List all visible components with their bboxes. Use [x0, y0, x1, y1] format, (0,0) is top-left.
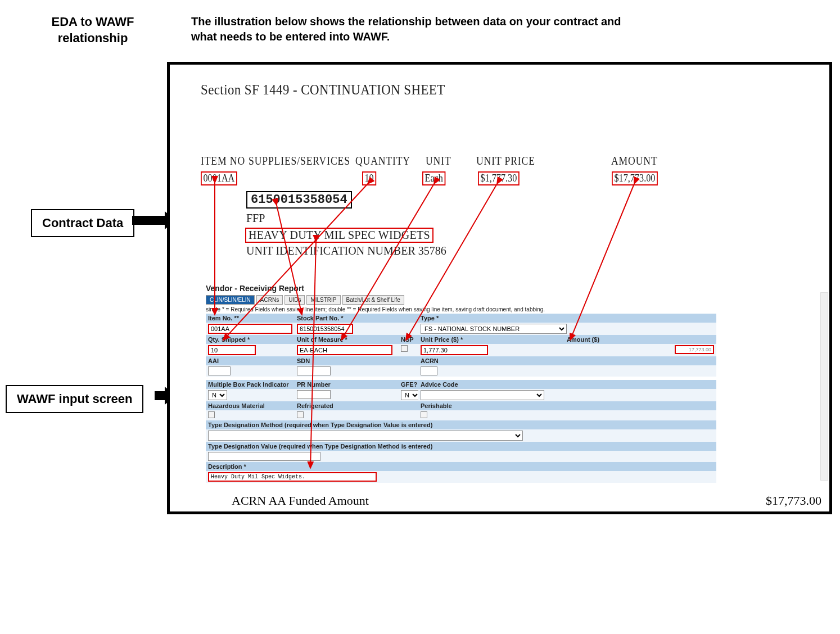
- tdm-select[interactable]: [208, 431, 523, 441]
- lbl-type: Type *: [418, 314, 716, 323]
- contract-quantity: 10: [362, 171, 376, 185]
- col-quantity: QUANTITY: [355, 155, 410, 167]
- contract-data-label: Contract Data: [31, 209, 134, 237]
- lbl-item-no: Item No. **: [206, 314, 295, 323]
- acrn-funded-amount: $17,773.00: [766, 493, 821, 508]
- contract-amount: $17,773.00: [612, 171, 658, 185]
- tab-acrns[interactable]: ACRNs: [256, 295, 283, 305]
- item-no-input[interactable]: [208, 324, 292, 334]
- col-unit: UNIT: [426, 155, 451, 167]
- lbl-gfe: GFE?: [399, 380, 418, 389]
- advice-select[interactable]: [421, 390, 544, 400]
- illustration-frame: Section SF 1449 - CONTINUATION SHEET ITE…: [167, 62, 832, 514]
- contract-uid-line: UNIT IDENTIFICATION NUMBER 35786: [246, 244, 446, 257]
- type-select[interactable]: FS - NATIONAL STOCK NUMBER: [421, 324, 567, 334]
- pr-input[interactable]: [297, 390, 331, 399]
- lbl-perish: Perishable: [418, 401, 716, 410]
- wawf-tabs: CLIN/SLIN/ELIN ACRNs UIDs MILSTRIP Batch…: [206, 295, 716, 305]
- sdn-input[interactable]: [297, 366, 331, 375]
- wawf-title: Vendor - Receiving Report: [206, 284, 716, 293]
- wawf-form: Vendor - Receiving Report CLIN/SLIN/ELIN…: [206, 284, 716, 483]
- lbl-tdv: Type Designation Value (required when Ty…: [206, 442, 716, 451]
- col-supplies: SUPPLIES/SERVICES: [249, 155, 350, 167]
- uom-input[interactable]: [297, 345, 392, 355]
- stock-part-input[interactable]: [297, 324, 353, 334]
- wawf-input-label: WAWF input screen: [6, 385, 143, 413]
- contract-unit: Each: [422, 171, 445, 185]
- lbl-nsp: NSP: [399, 335, 418, 344]
- contract-stock-no: 6150015358054: [246, 191, 352, 209]
- page-description: The illustration below shows the relatio…: [191, 14, 641, 44]
- tab-uids[interactable]: UIDs: [284, 295, 305, 305]
- aai-input[interactable]: [208, 366, 231, 375]
- mbpi-select[interactable]: N: [208, 390, 227, 400]
- page-title: EDA to WAWF relationship: [28, 14, 157, 46]
- perish-checkbox[interactable]: [421, 411, 427, 418]
- tab-milstrip[interactable]: MILSTRIP: [306, 295, 340, 305]
- contract-unit-price: $1,777.30: [478, 171, 520, 185]
- lbl-mbpi: Multiple Box Pack Indicator: [206, 380, 295, 389]
- wawf-required-note: single * = Required Fields when saving l…: [206, 306, 716, 313]
- tdv-input[interactable]: [208, 452, 320, 461]
- unit-price-input[interactable]: [421, 345, 488, 355]
- lbl-tdm: Type Designation Method (required when T…: [206, 420, 716, 429]
- contract-description: HEAVY DUTY MIL SPEC WIDGETS: [245, 228, 433, 243]
- col-item-no: ITEM NO: [201, 155, 245, 167]
- lbl-pr: PR Number: [295, 380, 399, 389]
- gfe-select[interactable]: N: [401, 390, 420, 400]
- acrn-funded-label: ACRN AA Funded Amount: [232, 493, 369, 508]
- description-input[interactable]: [208, 472, 377, 482]
- scrollbar[interactable]: [820, 292, 828, 481]
- contract-item-no: 0001AA: [201, 171, 237, 185]
- arrow-icon: [155, 391, 166, 400]
- arrow-icon: [132, 216, 166, 225]
- lbl-description: Description *: [206, 462, 716, 471]
- lbl-refrig: Refrigerated: [295, 401, 418, 410]
- col-amount: AMOUNT: [611, 155, 658, 167]
- lbl-acrn: ACRN: [418, 356, 716, 365]
- lbl-advice: Advice Code: [418, 380, 716, 389]
- qty-shipped-input[interactable]: [208, 345, 256, 355]
- lbl-qty-shipped: Qty. Shipped *: [206, 335, 295, 344]
- lbl-aai: AAI: [206, 356, 295, 365]
- lbl-unit-price: Unit Price ($) *: [418, 335, 564, 344]
- amount-input[interactable]: [675, 345, 714, 354]
- lbl-sdn: SDN: [295, 356, 418, 365]
- tab-clin[interactable]: CLIN/SLIN/ELIN: [206, 295, 255, 305]
- lbl-haz: Hazardous Material: [206, 401, 295, 410]
- lbl-stock-part: Stock Part No. *: [295, 314, 418, 323]
- lbl-amount: Amount ($): [564, 335, 716, 344]
- refrig-checkbox[interactable]: [297, 411, 304, 418]
- col-unit-price: UNIT PRICE: [476, 155, 535, 167]
- lbl-uom: Unit of Measure *: [295, 335, 399, 344]
- haz-checkbox[interactable]: [208, 411, 215, 418]
- section-sf-title: Section SF 1449 - CONTINUATION SHEET: [201, 81, 445, 98]
- nsp-checkbox[interactable]: [401, 345, 408, 352]
- acrn-input[interactable]: [421, 366, 437, 375]
- tab-batch-lot[interactable]: Batch/Lot & Shelf Life: [342, 295, 404, 305]
- contract-ffp: FFP: [246, 212, 265, 225]
